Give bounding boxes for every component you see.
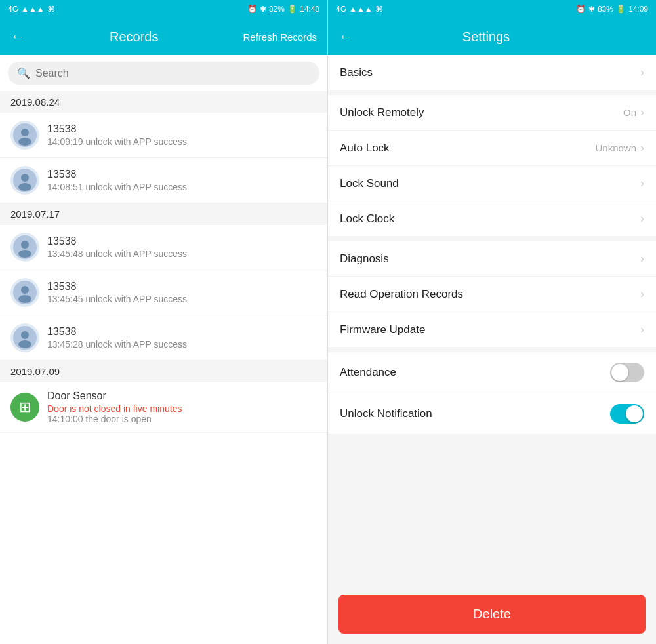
right-header-title: Settings bbox=[353, 30, 619, 45]
right-time: 14:09 bbox=[628, 5, 648, 14]
auto-lock-value: Unknown bbox=[595, 142, 636, 153]
avatar bbox=[10, 278, 39, 307]
settings-item-diagnosis[interactable]: Diagnosis › bbox=[328, 241, 656, 277]
chevron-icon: › bbox=[640, 106, 644, 119]
record-info: 13538 14:09:19 unlock with APP success bbox=[47, 123, 317, 147]
records-list: 2019.08.24 13538 14:09:19 unlock with AP… bbox=[0, 91, 327, 644]
door-icon: ⊞ bbox=[19, 399, 31, 416]
lock-sound-label: Lock Sound bbox=[340, 177, 399, 190]
chevron-icon: › bbox=[640, 252, 644, 266]
svg-point-1 bbox=[21, 129, 29, 136]
bluetooth-icon: ✱ bbox=[260, 5, 266, 14]
unlock-remotely-value: On bbox=[623, 107, 636, 118]
left-header: ← Records Refresh Records bbox=[0, 18, 327, 55]
settings-item-lock-clock[interactable]: Lock Clock › bbox=[328, 201, 656, 236]
svg-point-11 bbox=[18, 295, 31, 303]
list-item[interactable]: 13538 13:45:45 unlock with APP success bbox=[0, 270, 327, 315]
record-name: 13538 bbox=[47, 281, 317, 292]
settings-item-read-operation-records[interactable]: Read Operation Records › bbox=[328, 277, 656, 312]
unlock-notification-right bbox=[610, 404, 644, 424]
svg-point-2 bbox=[18, 138, 31, 146]
attendance-toggle[interactable] bbox=[610, 363, 644, 382]
chevron-icon: › bbox=[640, 323, 644, 336]
attendance-label: Attendance bbox=[340, 366, 396, 379]
chevron-icon: › bbox=[640, 176, 644, 190]
alarm-icon: ⏰ bbox=[247, 5, 257, 14]
read-operation-records-right: › bbox=[640, 287, 644, 301]
settings-item-unlock-remotely[interactable]: Unlock Remotely On › bbox=[328, 95, 656, 131]
date-section-header: 2019.07.09 bbox=[0, 361, 327, 382]
list-item[interactable]: 13538 14:08:51 unlock with APP success bbox=[0, 158, 327, 203]
left-status-bar: 4G ▲▲▲ ⌘ ⏰ ✱ 82% 🔋 14:48 bbox=[0, 0, 327, 18]
chevron-icon: › bbox=[640, 66, 644, 79]
door-sensor-name: Door Sensor bbox=[47, 390, 317, 402]
settings-item-firmware-update[interactable]: Firmware Update › bbox=[328, 312, 656, 347]
settings-section-lock: Unlock Remotely On › Auto Lock Unknown ›… bbox=[328, 95, 656, 236]
auto-lock-right: Unknown › bbox=[595, 141, 644, 155]
svg-point-5 bbox=[18, 183, 31, 191]
search-icon: 🔍 bbox=[17, 67, 30, 79]
chevron-icon: › bbox=[640, 212, 644, 226]
lock-clock-right: › bbox=[640, 212, 644, 226]
unlock-notification-toggle[interactable] bbox=[610, 404, 644, 424]
left-status-right: ⏰ ✱ 82% 🔋 14:48 bbox=[247, 5, 319, 14]
settings-section-advanced: Diagnosis › Read Operation Records › Fir… bbox=[328, 241, 656, 347]
avatar bbox=[10, 166, 39, 195]
chevron-icon: › bbox=[640, 287, 644, 301]
record-name: 13538 bbox=[47, 169, 317, 180]
search-input-wrap[interactable]: 🔍 bbox=[8, 62, 319, 85]
left-time: 14:48 bbox=[300, 5, 319, 14]
svg-point-13 bbox=[21, 331, 29, 339]
refresh-records-button[interactable]: Refresh Records bbox=[243, 31, 317, 43]
list-item[interactable]: 13538 13:45:28 unlock with APP success bbox=[0, 315, 327, 361]
list-item[interactable]: 13538 13:45:48 unlock with APP success bbox=[0, 225, 327, 270]
door-sensor-info: Door Sensor Door is not closed in five m… bbox=[47, 390, 317, 424]
date-section-header: 2019.07.17 bbox=[0, 203, 327, 225]
battery-icon: 🔋 bbox=[287, 5, 297, 14]
network-icon: 4G bbox=[336, 5, 346, 14]
delete-button[interactable]: Delete bbox=[338, 595, 646, 634]
search-input[interactable] bbox=[35, 68, 310, 79]
basics-right: › bbox=[640, 66, 644, 79]
record-name: 13538 bbox=[47, 326, 317, 338]
right-header: ← Settings bbox=[328, 18, 656, 55]
right-status-bar: 4G ▲▲▲ ⌘ ⏰ ✱ 83% 🔋 14:09 bbox=[328, 0, 656, 18]
record-info: 13538 13:45:28 unlock with APP success bbox=[47, 326, 317, 350]
settings-item-basics[interactable]: Basics › bbox=[328, 55, 656, 90]
lock-sound-right: › bbox=[640, 176, 644, 190]
door-alert-text: Door is not closed in five minutes bbox=[47, 403, 317, 414]
search-bar: 🔍 bbox=[0, 55, 327, 91]
door-sensor-item[interactable]: ⊞ Door Sensor Door is not closed in five… bbox=[0, 382, 327, 433]
left-panel: 4G ▲▲▲ ⌘ ⏰ ✱ 82% 🔋 14:48 ← Records Refre… bbox=[0, 0, 328, 644]
battery-icon: 🔋 bbox=[616, 5, 626, 14]
settings-item-attendance[interactable]: Attendance bbox=[328, 352, 656, 393]
settings-item-lock-sound[interactable]: Lock Sound › bbox=[328, 166, 656, 201]
settings-item-auto-lock[interactable]: Auto Lock Unknown › bbox=[328, 131, 656, 166]
settings-list: Basics › Unlock Remotely On › Auto Lock … bbox=[328, 55, 656, 584]
svg-point-8 bbox=[18, 250, 31, 258]
avatar bbox=[10, 323, 39, 352]
read-operation-records-label: Read Operation Records bbox=[340, 288, 463, 301]
network-icon: 4G bbox=[8, 5, 18, 14]
record-detail: 13:45:48 unlock with APP success bbox=[47, 249, 317, 259]
signal-icon: ▲▲▲ bbox=[21, 5, 45, 14]
right-panel: 4G ▲▲▲ ⌘ ⏰ ✱ 83% 🔋 14:09 ← Settings Basi… bbox=[328, 0, 656, 644]
record-detail: 13:45:28 unlock with APP success bbox=[47, 339, 317, 350]
svg-point-7 bbox=[21, 241, 29, 249]
battery-percent: 83% bbox=[598, 5, 613, 14]
chevron-icon: › bbox=[640, 141, 644, 155]
right-status-icons: 4G ▲▲▲ ⌘ bbox=[336, 5, 383, 14]
record-info: 13538 13:45:45 unlock with APP success bbox=[47, 281, 317, 304]
left-back-button[interactable]: ← bbox=[10, 28, 25, 45]
settings-item-unlock-notification[interactable]: Unlock Notification bbox=[328, 393, 656, 434]
list-item[interactable]: 13538 14:09:19 unlock with APP success bbox=[0, 113, 327, 158]
diagnosis-label: Diagnosis bbox=[340, 252, 389, 266]
avatar bbox=[10, 121, 39, 150]
wifi-icon: ⌘ bbox=[375, 5, 383, 14]
left-status-icons: 4G ▲▲▲ ⌘ bbox=[8, 5, 55, 14]
door-sensor-icon: ⊞ bbox=[10, 393, 39, 422]
right-back-button[interactable]: ← bbox=[338, 28, 353, 45]
auto-lock-label: Auto Lock bbox=[340, 142, 390, 155]
unlock-notification-label: Unlock Notification bbox=[340, 407, 432, 420]
svg-point-4 bbox=[21, 174, 29, 182]
